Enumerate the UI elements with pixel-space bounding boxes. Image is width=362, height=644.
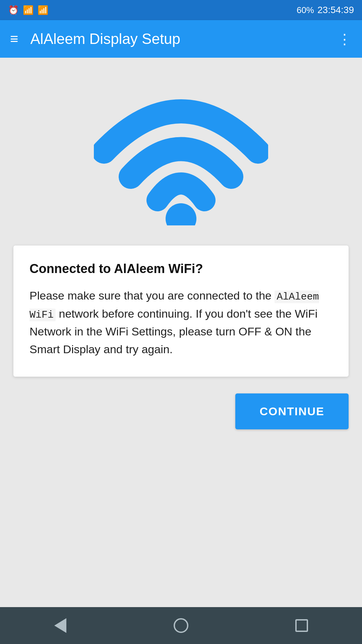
recents-icon xyxy=(295,619,308,632)
wifi-svg-icon xyxy=(94,78,268,225)
card-body-suffix: network before continuing. If you don't … xyxy=(29,307,317,356)
app-bar: ≡ AlAleem Display Setup ⋮ xyxy=(0,20,362,58)
main-content: Connected to AlAleem WiFi? Please make s… xyxy=(0,58,362,607)
status-bar: ⏰ 📶 📶 60% 23:54:39 xyxy=(0,0,362,20)
status-time: 23:54:39 xyxy=(317,5,354,15)
alarm-icon: ⏰ xyxy=(8,5,19,15)
wifi-status-icon: 📶 xyxy=(23,5,34,15)
back-icon xyxy=(54,618,66,633)
home-button[interactable] xyxy=(168,612,194,639)
battery-level: 60% xyxy=(297,5,314,15)
continue-button[interactable]: CONTINUE xyxy=(235,393,349,429)
signal-icon: 📶 xyxy=(38,5,48,15)
app-title: AlAleem Display Setup xyxy=(31,31,338,47)
wifi-illustration xyxy=(13,78,349,225)
hamburger-menu-icon[interactable]: ≡ xyxy=(10,32,18,46)
card-body-prefix: Please make sure that you are connected … xyxy=(29,289,272,302)
more-options-icon[interactable]: ⋮ xyxy=(338,31,352,47)
recents-button[interactable] xyxy=(288,612,315,639)
back-button[interactable] xyxy=(47,612,74,639)
svg-point-0 xyxy=(166,203,196,225)
card-body: Please make sure that you are connected … xyxy=(29,287,333,358)
card-title: Connected to AlAleem WiFi? xyxy=(29,262,333,276)
button-row: CONTINUE xyxy=(13,393,349,429)
status-right-info: 60% 23:54:39 xyxy=(297,5,354,15)
home-icon xyxy=(174,618,188,633)
info-card: Connected to AlAleem WiFi? Please make s… xyxy=(13,246,349,377)
navigation-bar xyxy=(0,607,362,644)
status-left-icons: ⏰ 📶 📶 xyxy=(8,5,48,15)
